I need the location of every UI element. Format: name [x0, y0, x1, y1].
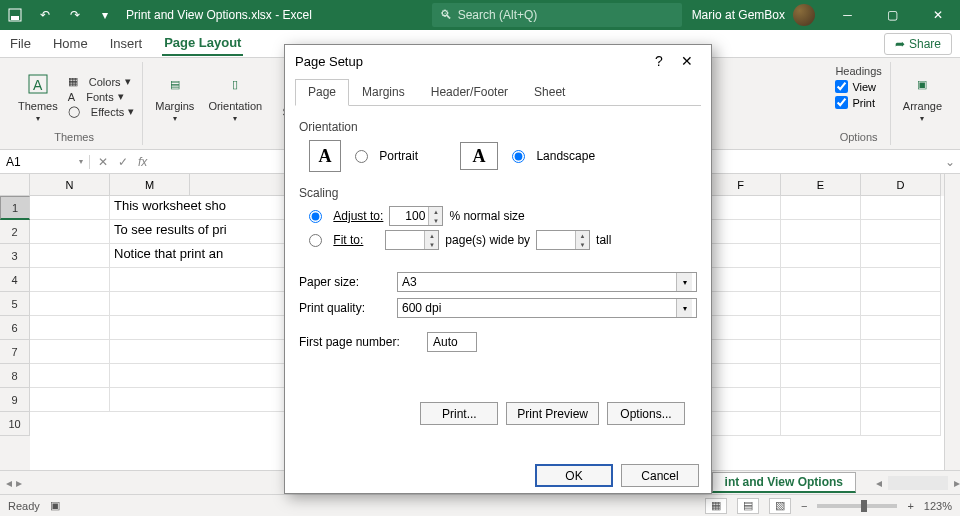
adjust-to-radio[interactable]: Adjust to: [309, 209, 383, 223]
sheet-nav-prev-icon[interactable]: ◂ [6, 476, 12, 490]
print-button[interactable]: Print... [420, 402, 498, 425]
row-header[interactable]: 1 [0, 196, 30, 220]
view-layout-icon[interactable]: ▤ [737, 498, 759, 514]
headings-print-check[interactable]: Print [835, 96, 875, 109]
tab-home[interactable]: Home [51, 32, 90, 55]
col-header[interactable]: E [781, 174, 861, 196]
view-normal-icon[interactable]: ▦ [705, 498, 727, 514]
first-page-label: First page number: [299, 335, 419, 349]
user-area[interactable]: Mario at GemBox [682, 4, 825, 26]
paper-size-select[interactable]: A3▾ [397, 272, 697, 292]
row-header[interactable]: 10 [0, 412, 30, 436]
effects-icon: ◯ [68, 105, 80, 118]
colors-icon: ▦ [68, 75, 78, 88]
ok-button[interactable]: OK [535, 464, 613, 487]
maximize-button[interactable]: ▢ [870, 0, 915, 30]
print-preview-button[interactable]: Print Preview [506, 402, 599, 425]
row-header[interactable]: 2 [0, 220, 30, 244]
row-header[interactable]: 4 [0, 268, 30, 292]
landscape-radio[interactable]: Landscape [512, 149, 595, 163]
col-header[interactable]: F [701, 174, 781, 196]
dialog-close-icon[interactable]: ✕ [673, 53, 701, 69]
minimize-button[interactable]: ─ [825, 0, 870, 30]
effects-button[interactable]: ◯ Effects ▾ [68, 105, 135, 118]
row-header[interactable]: 7 [0, 340, 30, 364]
view-break-icon[interactable]: ▧ [769, 498, 791, 514]
dlg-tab-margins[interactable]: Margins [349, 79, 418, 105]
landscape-icon: A [460, 142, 498, 170]
first-page-input[interactable]: Auto [427, 332, 477, 352]
horizontal-scrollbar[interactable] [888, 476, 948, 490]
col-header[interactable]: D [861, 174, 941, 196]
orientation-icon: ▯ [221, 70, 249, 98]
row-header[interactable]: 6 [0, 316, 30, 340]
status-bar: Ready ▣ ▦ ▤ ▧ − + 123% [0, 494, 960, 516]
paper-size-label: Paper size: [299, 275, 389, 289]
row-header[interactable]: 5 [0, 292, 30, 316]
vertical-scrollbar[interactable] [944, 174, 960, 470]
close-button[interactable]: ✕ [915, 0, 960, 30]
arrange-button[interactable]: ▣Arrange▾ [899, 68, 946, 125]
redo-icon[interactable]: ↷ [60, 0, 90, 30]
fit-to-radio[interactable]: Fit to: [309, 233, 363, 247]
select-all-corner[interactable] [0, 174, 30, 196]
chevron-down-icon: ▾ [36, 114, 40, 123]
orientation-button[interactable]: ▯Orientation▾ [204, 68, 266, 125]
row-header[interactable]: 9 [0, 388, 30, 412]
zoom-slider[interactable] [817, 504, 897, 508]
chevron-down-icon: ▾ [676, 273, 692, 291]
row-header[interactable]: 8 [0, 364, 30, 388]
undo-icon[interactable]: ↶ [30, 0, 60, 30]
fit-wide-spinner[interactable]: ▲▼ [385, 230, 439, 250]
sheet-scroll-right-icon[interactable]: ▸ [954, 476, 960, 490]
dialog-tabs: Page Margins Header/Footer Sheet [295, 79, 701, 106]
dlg-tab-sheet[interactable]: Sheet [521, 79, 578, 105]
themes-button[interactable]: A Themes ▾ [14, 68, 62, 125]
row-header[interactable]: 3 [0, 244, 30, 268]
tab-page-layout[interactable]: Page Layout [162, 31, 243, 56]
fx-icon[interactable]: fx [138, 155, 147, 169]
enter-fx-icon[interactable]: ✓ [118, 155, 128, 169]
search-box[interactable]: 🔍︎ Search (Alt+Q) [432, 3, 682, 27]
fit-tall-spinner[interactable]: ▲▼ [536, 230, 590, 250]
zoom-out-icon[interactable]: − [801, 500, 807, 512]
col-header[interactable]: M [110, 174, 190, 196]
sheet-scroll-left-icon[interactable]: ◂ [876, 476, 882, 490]
user-name: Mario at GemBox [692, 8, 785, 22]
tab-insert[interactable]: Insert [108, 32, 145, 55]
dlg-tab-page[interactable]: Page [295, 79, 349, 106]
zoom-in-icon[interactable]: + [907, 500, 913, 512]
dialog-help-icon[interactable]: ? [645, 53, 673, 69]
adjust-value-spinner[interactable]: ▲▼ [389, 206, 443, 226]
share-icon: ➦ [895, 37, 905, 51]
group-themes-label: Themes [54, 131, 94, 145]
cancel-button[interactable]: Cancel [621, 464, 699, 487]
expand-fbar-icon[interactable]: ⌄ [940, 155, 960, 169]
name-box[interactable]: A1▾ [0, 155, 90, 169]
sheet-nav-next-icon[interactable]: ▸ [16, 476, 22, 490]
headings-view-check[interactable]: View [835, 80, 876, 93]
fit-tail: tall [596, 233, 611, 247]
sheet-tab[interactable]: int and View Options [712, 472, 856, 493]
cancel-fx-icon[interactable]: ✕ [98, 155, 108, 169]
portrait-icon: A [309, 140, 341, 172]
orientation-label: Orientation [299, 120, 697, 134]
chevron-down-icon: ▾ [676, 299, 692, 317]
qat-dropdown-icon[interactable]: ▾ [90, 0, 120, 30]
fit-mid: page(s) wide by [445, 233, 530, 247]
chevron-down-icon: ▾ [79, 157, 83, 166]
print-quality-select[interactable]: 600 dpi▾ [397, 298, 697, 318]
options-button[interactable]: Options... [607, 402, 685, 425]
dlg-tab-header-footer[interactable]: Header/Footer [418, 79, 521, 105]
scaling-label: Scaling [299, 186, 697, 200]
tab-file[interactable]: File [8, 32, 33, 55]
share-button[interactable]: ➦ Share [884, 33, 952, 55]
portrait-radio[interactable]: Portrait [355, 149, 418, 163]
col-header[interactable]: N [30, 174, 110, 196]
margins-button[interactable]: ▤Margins▾ [151, 68, 198, 125]
macro-icon[interactable]: ▣ [50, 499, 60, 512]
group-options-label: Options [840, 131, 878, 145]
save-icon[interactable] [0, 0, 30, 30]
colors-button[interactable]: ▦ Colors ▾ [68, 75, 135, 88]
fonts-button[interactable]: A Fonts ▾ [68, 90, 135, 103]
